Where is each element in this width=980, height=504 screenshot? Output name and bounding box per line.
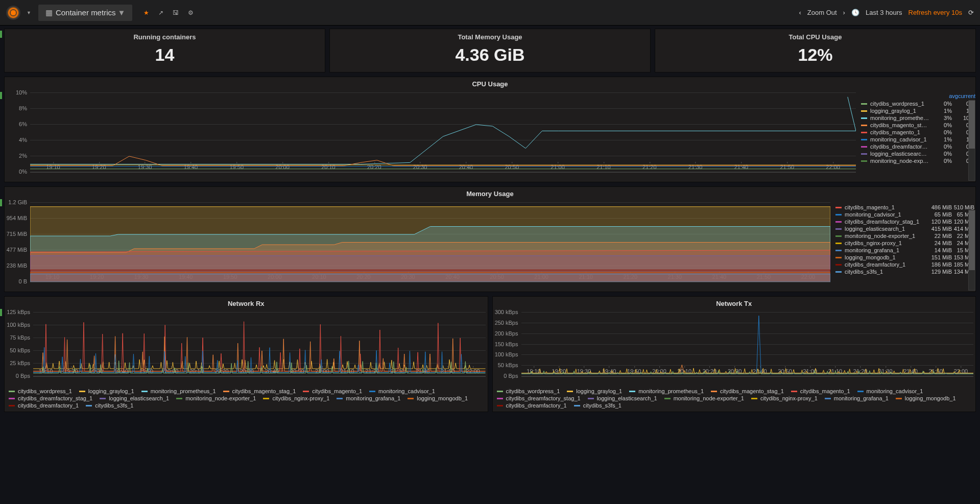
stat-panel-memory[interactable]: Total Memory Usage 4.36 GiB <box>329 29 651 73</box>
legend-item[interactable]: citydibs_dreamfactory_stag_1 <box>9 395 92 401</box>
tx-legend[interactable]: citydibs_wordpress_1logging_graylog_1mon… <box>493 386 976 412</box>
legend-item[interactable]: citydibs_s3fs_1 <box>86 402 133 409</box>
legend-item[interactable]: monitoring_cadvisor_11%1% <box>861 136 974 143</box>
legend-item[interactable]: monitoring_prometheus_13%10% <box>861 114 974 122</box>
legend-item[interactable]: citydibs_nginx-proxy_1 <box>263 395 329 401</box>
legend-item[interactable]: logging_mongodb_1 <box>896 395 956 401</box>
legend-item[interactable]: citydibs_magento_1 <box>303 388 362 394</box>
legend-item[interactable]: citydibs_wordpress_1 <box>9 388 72 394</box>
dashboard-grid-icon: ▦ <box>45 8 53 17</box>
legend-item[interactable]: logging_graylog_1 <box>79 388 134 394</box>
legend-item[interactable]: citydibs_magento_10%0% <box>861 129 974 136</box>
legend-item[interactable]: logging_mongodb_1 <box>408 395 468 401</box>
scrollbar[interactable] <box>968 210 975 291</box>
legend-item[interactable]: monitoring_node-exporter_122 MiB22 MiB <box>835 232 974 239</box>
row-handle[interactable] <box>0 31 2 38</box>
logo-dropdown-icon[interactable]: ▼ <box>27 10 31 15</box>
network-rx-panel[interactable]: Network Rx 0 Bps25 kBps50 kBps75 kBps100… <box>4 296 488 412</box>
mem-row: Memory Usage 0 B238 MiB477 MiB715 MiB954… <box>4 186 976 292</box>
legend-item[interactable]: logging_graylog_11%1% <box>861 107 974 114</box>
legend-item[interactable]: monitoring_grafana_1 <box>337 395 400 401</box>
chevron-right-icon[interactable]: › <box>843 9 845 16</box>
legend-item[interactable]: logging_elasticsearch_10%0% <box>861 150 974 157</box>
dashboard-title: Container metrics <box>56 8 116 17</box>
memory-usage-panel[interactable]: Memory Usage 0 B238 MiB477 MiB715 MiB954… <box>4 186 976 292</box>
row-handle[interactable] <box>0 92 2 99</box>
time-range-label[interactable]: Last 3 hours <box>866 9 902 16</box>
stat-value: 12% <box>655 45 975 65</box>
panel-title: Total CPU Usage <box>655 33 975 41</box>
legend-item[interactable]: monitoring_cadvisor_165 MiB65 MiB <box>835 211 974 218</box>
star-icon[interactable]: ★ <box>144 9 149 16</box>
panel-title: Network Tx <box>493 297 976 310</box>
legend-item[interactable]: citydibs_dreamfactory_stag_1 <box>497 395 581 401</box>
legend-item[interactable]: citydibs_magento_stag_10%0% <box>861 122 974 129</box>
tx-plot[interactable]: 0 Bps50 kBps100 kBps150 kBps200 kBps250 … <box>493 310 976 386</box>
legend-item[interactable]: citydibs_wordpress_1 <box>497 388 560 394</box>
legend-item[interactable]: citydibs_dreamfactory_1 <box>497 402 567 409</box>
mem-plot[interactable]: 0 B238 MiB477 MiB715 MiB954 MiB1.2 GiB19… <box>5 201 832 292</box>
legend-item[interactable]: logging_mongodb_1151 MiB153 MiB <box>835 254 974 261</box>
stat-value: 14 <box>5 45 325 65</box>
legend-item[interactable]: monitoring_prometheus_1 <box>629 388 704 394</box>
legend-item[interactable]: citydibs_wordpress_10%0% <box>861 100 974 107</box>
cpu-plot[interactable]: 0%2%4%6%8%10%19:1019:2019:3019:4019:5020… <box>5 91 858 182</box>
legend-item[interactable]: citydibs_nginx-proxy_1 <box>751 395 818 401</box>
cpu-row: CPU Usage 0%2%4%6%8%10%19:1019:2019:3019… <box>4 77 976 182</box>
legend-item[interactable]: citydibs_s3fs_1129 MiB134 MiB <box>835 268 974 275</box>
legend-item[interactable]: citydibs_dreamfactory_stag_1120 MiB120 M… <box>835 218 974 225</box>
legend-item[interactable]: citydibs_s3fs_1 <box>574 402 622 409</box>
legend-item[interactable]: citydibs_magento_stag_1 <box>711 388 784 394</box>
legend-item[interactable]: monitoring_grafana_114 MiB15 MiB <box>835 247 974 254</box>
legend-item[interactable]: monitoring_node-exporter_10%0% <box>861 157 974 164</box>
legend-item[interactable]: monitoring_cadvisor_1 <box>369 388 435 394</box>
scrollbar[interactable] <box>968 100 975 181</box>
zoom-out-button[interactable]: Zoom Out <box>807 9 837 16</box>
stat-value: 4.36 GiB <box>330 45 650 65</box>
chevron-left-icon[interactable]: ‹ <box>799 9 801 16</box>
rx-plot[interactable]: 0 Bps25 kBps50 kBps75 kBps100 kBps125 kB… <box>5 310 488 386</box>
legend-item[interactable]: monitoring_prometheus_1 <box>141 388 216 394</box>
legend-item[interactable]: logging_elasticsearch_1 <box>100 395 169 401</box>
share-icon[interactable]: ↗ <box>158 9 163 16</box>
legend-item[interactable]: logging_graylog_1 <box>567 388 622 394</box>
chevron-down-icon: ▼ <box>117 8 125 17</box>
toolbar: ★ ↗ 🖫 ⚙ <box>144 9 194 16</box>
legend-item[interactable]: citydibs_dreamfactory_stag_10%0% <box>861 143 974 150</box>
dashboard-picker[interactable]: ▦ Container metrics ▼ <box>38 5 132 21</box>
stat-panel-containers[interactable]: Running containers 14 <box>4 29 325 73</box>
rx-legend[interactable]: citydibs_wordpress_1logging_graylog_1mon… <box>5 386 488 412</box>
legend-item[interactable]: citydibs_magento_1486 MiB510 MiB <box>835 204 974 211</box>
row-handle[interactable] <box>0 199 2 206</box>
legend-item[interactable]: citydibs_magento_1 <box>791 388 850 394</box>
legend-item[interactable]: monitoring_node-exporter_1 <box>664 395 744 401</box>
legend-item[interactable]: monitoring_node-exporter_1 <box>176 395 256 401</box>
stats-row: Running containers 14 Total Memory Usage… <box>4 29 976 73</box>
legend-item[interactable]: citydibs_magento_stag_1 <box>223 388 296 394</box>
refresh-interval[interactable]: Refresh every 10s <box>909 9 963 16</box>
legend-item[interactable]: citydibs_nginx-proxy_124 MiB24 MiB <box>835 239 974 247</box>
settings-icon[interactable]: ⚙ <box>188 9 194 16</box>
mem-legend[interactable]: citydibs_magento_1486 MiB510 MiBmonitori… <box>832 201 975 292</box>
legend-item[interactable]: monitoring_grafana_1 <box>825 395 889 401</box>
cpu-usage-panel[interactable]: CPU Usage 0%2%4%6%8%10%19:1019:2019:3019… <box>4 77 976 182</box>
grafana-logo-icon[interactable] <box>6 6 20 20</box>
panel-title: Memory Usage <box>5 187 975 201</box>
row-handle[interactable] <box>0 309 2 316</box>
panel-title: CPU Usage <box>5 77 975 91</box>
clock-icon: 🕓 <box>851 9 859 16</box>
legend-item[interactable]: citydibs_dreamfactory_1186 MiB185 MiB <box>835 261 974 268</box>
legend-item[interactable]: logging_elasticsearch_1 <box>588 395 657 401</box>
refresh-icon[interactable]: ⟳ <box>968 9 974 16</box>
panel-title: Total Memory Usage <box>330 33 650 41</box>
network-tx-panel[interactable]: Network Tx 0 Bps50 kBps100 kBps150 kBps2… <box>492 296 976 412</box>
cpu-legend[interactable]: avgcurrent citydibs_wordpress_10%0%loggi… <box>858 91 975 182</box>
panel-title: Network Rx <box>5 297 488 310</box>
legend-item[interactable]: logging_elasticsearch_1415 MiB414 MiB <box>835 225 974 232</box>
stat-panel-cpu[interactable]: Total CPU Usage 12% <box>655 29 976 73</box>
net-row: Network Rx 0 Bps25 kBps50 kBps75 kBps100… <box>4 296 976 412</box>
save-icon[interactable]: 🖫 <box>173 9 179 16</box>
legend-item[interactable]: citydibs_dreamfactory_1 <box>9 402 79 409</box>
panel-title: Running containers <box>5 33 325 41</box>
legend-item[interactable]: monitoring_cadvisor_1 <box>857 388 923 394</box>
